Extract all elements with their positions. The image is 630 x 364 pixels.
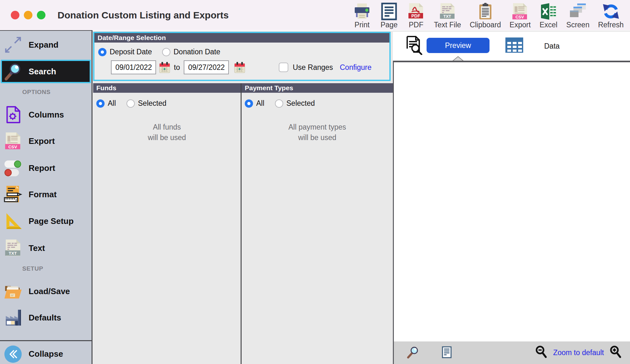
- tab-data[interactable]: Data: [544, 31, 560, 61]
- page-icon: [380, 2, 398, 21]
- payment-selected-label: Selected: [286, 99, 315, 108]
- toolbar-export-button[interactable]: CSV Export: [510, 2, 531, 29]
- app-window: Donation Custom Listing and Exports: [0, 0, 630, 364]
- payment-types-header: Payment Types: [242, 83, 393, 93]
- calendar-icon[interactable]: [159, 61, 170, 73]
- toolbar: Print Page: [353, 0, 630, 30]
- collapse-chevrons-icon: [4, 345, 22, 363]
- toolbar-page-button[interactable]: Page: [380, 2, 398, 29]
- date-range-panel: Date/Range Selection Deposit Date Donati…: [93, 32, 391, 81]
- funds-selected-option[interactable]: Selected: [127, 99, 167, 108]
- sidebar-item-label: Columns: [29, 110, 64, 120]
- preview-area: Preview Data: [393, 31, 630, 364]
- donation-date-option[interactable]: Donation Date: [162, 48, 220, 56]
- donation-date-label: Donation Date: [174, 48, 220, 56]
- zoom-in-icon[interactable]: [609, 345, 622, 361]
- csv-file-icon: CSV: [4, 132, 22, 150]
- sidebar-item-text[interactable]: TXT Text: [2, 237, 90, 260]
- toolbar-clipboard-button[interactable]: Clipboard: [470, 2, 501, 29]
- search-magnifier-icon: [4, 62, 22, 81]
- sidebar-item-label: Format: [29, 190, 57, 199]
- sidebar-divider: [0, 340, 92, 341]
- zoom-window-button[interactable]: [37, 11, 45, 19]
- window-title: Donation Custom Listing and Exports: [58, 0, 229, 30]
- donation-date-radio[interactable]: [162, 48, 170, 56]
- sidebar-item-search[interactable]: Search: [1, 60, 91, 83]
- refresh-icon: [602, 2, 620, 21]
- excel-icon: [539, 2, 558, 21]
- search-options-panel: Date/Range Selection Deposit Date Donati…: [92, 31, 393, 364]
- sidebar: Expand Search OPTIONS: [0, 30, 92, 364]
- sidebar-section-options: OPTIONS: [22, 89, 51, 96]
- toolbar-screen-button[interactable]: Screen: [566, 2, 590, 29]
- sidebar-item-label: Report: [29, 163, 55, 173]
- csv-file-icon: CSV: [511, 2, 529, 21]
- tab-preview[interactable]: Preview: [427, 38, 490, 53]
- minimize-window-button[interactable]: [24, 11, 32, 19]
- printer-icon: [353, 2, 371, 21]
- sidebar-item-label: Load/Save: [29, 286, 70, 296]
- toolbar-item-label: Screen: [566, 21, 590, 29]
- sidebar-item-collapse[interactable]: Collapse: [2, 343, 90, 364]
- txt-file-icon: TXT: [4, 239, 22, 257]
- date-range-header: Date/Range Selection: [94, 33, 389, 43]
- txt-file-icon: TXT: [438, 2, 457, 21]
- sidebar-item-format[interactable]: Format: [2, 183, 90, 206]
- zoom-out-icon[interactable]: [535, 345, 548, 361]
- sidebar-item-expand[interactable]: Expand: [2, 33, 90, 56]
- magnifier-tool-icon[interactable]: [407, 346, 419, 360]
- sidebar-item-label: Text: [29, 243, 45, 253]
- sidebar-section-setup: SETUP: [22, 265, 43, 272]
- sidebar-item-label: Defaults: [29, 313, 61, 323]
- clipboard-icon: [476, 2, 495, 21]
- deposit-date-option[interactable]: Deposit Date: [98, 48, 152, 56]
- sidebar-item-load-save[interactable]: Load/Save: [2, 280, 90, 303]
- close-window-button[interactable]: [11, 11, 19, 19]
- deposit-date-radio[interactable]: [98, 48, 106, 56]
- titlebar: Donation Custom Listing and Exports: [0, 0, 630, 30]
- factory-icon: [4, 308, 22, 327]
- svg-text:CSV: CSV: [8, 145, 17, 149]
- toolbar-item-label: Export: [510, 21, 531, 29]
- payment-all-option[interactable]: All: [245, 99, 264, 108]
- funds-selected-radio[interactable]: [127, 99, 135, 108]
- toolbar-item-label: Text File: [434, 21, 461, 29]
- calendar-icon[interactable]: [234, 61, 245, 73]
- toolbar-item-label: Excel: [539, 21, 557, 29]
- use-ranges-checkbox[interactable]: [279, 63, 288, 72]
- svg-text:TXT: TXT: [443, 14, 451, 19]
- to-date-input[interactable]: [184, 60, 229, 74]
- preview-canvas[interactable]: [394, 62, 630, 341]
- sidebar-item-columns[interactable]: Columns: [2, 103, 90, 126]
- sidebar-item-page-setup[interactable]: Page Setup: [2, 210, 90, 233]
- zoom-to-default-link[interactable]: Zoom to default: [553, 348, 604, 357]
- from-date-input[interactable]: [111, 60, 156, 74]
- svg-text:CSV: CSV: [516, 15, 524, 19]
- toolbar-textfile-button[interactable]: TXT Text File: [434, 2, 461, 29]
- toolbar-refresh-button[interactable]: Refresh: [598, 2, 624, 29]
- data-grid-icon[interactable]: [504, 35, 524, 57]
- toolbar-pdf-button[interactable]: PDF PDF: [407, 2, 425, 29]
- preview-document-icon: [404, 35, 423, 56]
- date-range-body: Deposit Date Donation Date: [94, 43, 389, 80]
- svg-text:TXT: TXT: [9, 251, 17, 256]
- sidebar-item-defaults[interactable]: Defaults: [2, 306, 90, 329]
- toolbar-print-button[interactable]: Print: [353, 2, 371, 29]
- configure-link[interactable]: Configure: [340, 60, 372, 74]
- funds-all-radio[interactable]: [96, 99, 105, 108]
- sidebar-item-export[interactable]: CSV Export: [2, 130, 90, 152]
- to-label: to: [174, 60, 180, 74]
- payment-types-panel: Payment Types All Selected All payment t…: [242, 83, 393, 364]
- payment-selected-option[interactable]: Selected: [275, 99, 315, 108]
- toolbar-item-label: PDF: [409, 21, 423, 29]
- payment-all-radio[interactable]: [245, 99, 253, 108]
- payment-selected-radio[interactable]: [275, 99, 283, 108]
- funds-all-option[interactable]: All: [96, 99, 116, 108]
- document-tool-icon[interactable]: [440, 346, 453, 360]
- use-ranges-label: Use Ranges: [293, 60, 333, 74]
- sidebar-item-report[interactable]: Report: [2, 157, 90, 179]
- toolbar-excel-button[interactable]: Excel: [539, 2, 558, 29]
- funds-panel: Funds All Selected All funds will be use…: [93, 83, 241, 364]
- sidebar-item-label: Page Setup: [29, 216, 74, 226]
- columns-gear-document-icon: [4, 105, 22, 124]
